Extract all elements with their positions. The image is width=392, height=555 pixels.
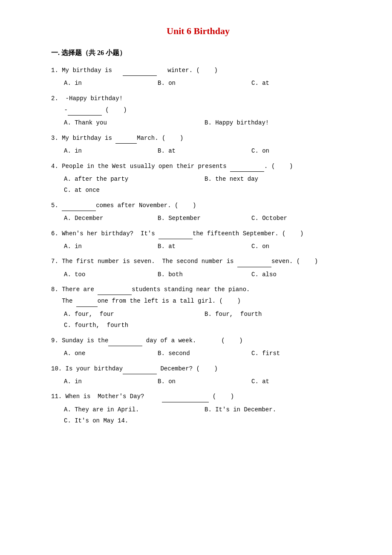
question-1-text: 1. My birthday is winter. ( ) bbox=[51, 65, 345, 76]
question-10-options: A. in B. on C. at bbox=[64, 376, 345, 387]
question-3: 3. My birthday is March. ( ) A. in B. at… bbox=[51, 133, 345, 157]
question-9-options: A. one B. second C. first bbox=[64, 348, 345, 359]
question-5: 5. comes after November. ( ) A. December… bbox=[51, 200, 345, 224]
question-10: 10. Is your birthday December? ( ) A. in… bbox=[51, 364, 345, 387]
question-2-options: A. Thank you B. Happy birthday! bbox=[64, 117, 345, 129]
question-2-line1: 2. -Happy birthday! bbox=[51, 93, 345, 104]
question-7-text: 7. The first number is seven. The second… bbox=[51, 256, 345, 267]
question-2-line2: - ( ) bbox=[61, 105, 345, 116]
page-title: Unit 6 Birthday bbox=[51, 26, 345, 37]
question-11-options: A. They are in April. B. It's in Decembe… bbox=[64, 404, 345, 427]
question-6-text: 6. When's her birthday? It's the fifteen… bbox=[51, 228, 345, 239]
question-2: 2. -Happy birthday! - ( ) A. Thank you B… bbox=[51, 93, 345, 129]
question-9-text: 9. Sunday is the day of a week. ( ) bbox=[51, 335, 345, 346]
question-5-text: 5. comes after November. ( ) bbox=[51, 200, 345, 211]
question-6: 6. When's her birthday? It's the fifteen… bbox=[51, 228, 345, 252]
question-1: 1. My birthday is winter. ( ) A. in B. o… bbox=[51, 65, 345, 89]
question-7-options: A. too B. both C. also bbox=[64, 269, 345, 280]
question-8-options: A. four, four B. four, fourth C. fourth,… bbox=[64, 309, 345, 331]
question-8: 8. There are students standing near the … bbox=[51, 284, 345, 331]
question-4: 4. People in the West usually open their… bbox=[51, 161, 345, 196]
question-8-line1: 8. There are students standing near the … bbox=[51, 284, 345, 295]
question-1-options: A. in B. on C. at bbox=[64, 78, 345, 89]
question-3-options: A. in B. at C. on bbox=[64, 145, 345, 157]
question-11-text: 11. When is Mother's Day? ( ) bbox=[51, 391, 345, 402]
question-8-line2: The one from the left is a tall girl. ( … bbox=[51, 296, 345, 306]
section-header: 一. 选择题（共 26 小题） bbox=[51, 49, 345, 58]
question-9: 9. Sunday is the day of a week. ( ) A. o… bbox=[51, 335, 345, 359]
question-4-options: A. after the party B. the next day C. at… bbox=[64, 173, 345, 196]
question-7: 7. The first number is seven. The second… bbox=[51, 256, 345, 280]
question-10-text: 10. Is your birthday December? ( ) bbox=[51, 364, 345, 374]
question-3-text: 3. My birthday is March. ( ) bbox=[51, 133, 345, 144]
question-11: 11. When is Mother's Day? ( ) A. They ar… bbox=[51, 391, 345, 426]
question-4-text: 4. People in the West usually open their… bbox=[51, 161, 345, 172]
question-6-options: A. in B. at C. on bbox=[64, 241, 345, 252]
question-5-options: A. December B. September C. October bbox=[64, 213, 345, 224]
